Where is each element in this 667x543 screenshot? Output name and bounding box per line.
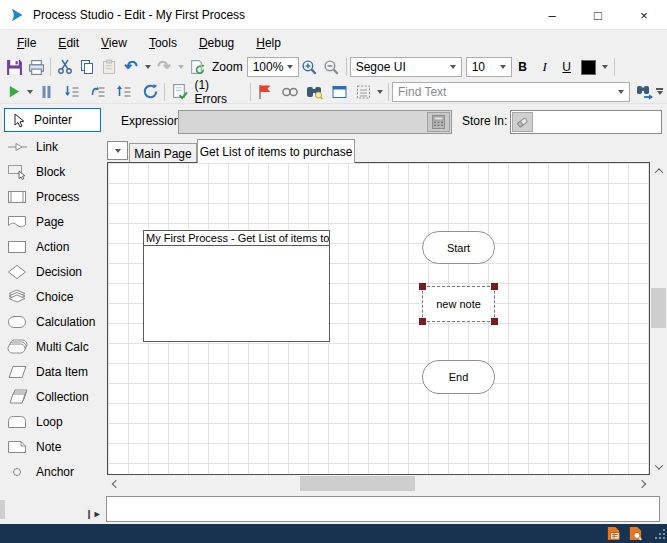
underline-button[interactable]: U (556, 56, 578, 78)
menu-tools[interactable]: Tools (138, 33, 188, 53)
refresh-page-button[interactable] (186, 56, 208, 78)
minimize-button[interactable]: – (529, 0, 575, 30)
separator (346, 58, 347, 76)
menu-file[interactable]: File (6, 33, 47, 53)
tool-pointer-selected[interactable]: Pointer (4, 108, 101, 132)
menu-view[interactable]: View (90, 33, 138, 53)
italic-button[interactable]: I (534, 56, 556, 78)
resize-grip[interactable] (653, 527, 666, 540)
process-info-box[interactable]: My First Process - Get List of items to … (143, 230, 330, 342)
close-button[interactable]: × (621, 0, 667, 30)
step-out-button[interactable] (113, 81, 135, 103)
scroll-left-button[interactable] (107, 475, 124, 492)
calculation-tool-icon (7, 314, 29, 330)
resize-handle-bottom-right[interactable] (491, 318, 498, 325)
font-select[interactable]: Segoe UI (350, 57, 462, 77)
store-in-label: Store In: (462, 114, 507, 128)
process-canvas[interactable]: My First Process - Get List of items to … (107, 162, 650, 475)
tool-loop[interactable]: Loop (0, 409, 104, 434)
snap-to-grid-button[interactable] (353, 81, 375, 103)
loop-tool-icon (7, 414, 29, 430)
font-size-value: 10 (472, 60, 485, 74)
tool-calculation[interactable]: Calculation (0, 309, 104, 334)
resize-handle-bottom-left[interactable] (419, 318, 426, 325)
validate-button[interactable] (168, 81, 190, 103)
step-over-button[interactable] (87, 81, 109, 103)
breakpoint-flag-button[interactable] (254, 81, 276, 103)
process-search-icon[interactable] (628, 526, 643, 541)
store-in-picker-button[interactable] (512, 112, 533, 132)
vertical-scroll-thumb[interactable] (651, 288, 666, 328)
menu-debug[interactable]: Debug (188, 33, 245, 53)
splitter-grip[interactable] (0, 500, 5, 519)
process-document-icon[interactable] (606, 526, 621, 541)
vertical-scrollbar[interactable] (650, 162, 667, 475)
reset-button[interactable] (139, 81, 161, 103)
data-item-picker-icon (516, 116, 529, 129)
scroll-down-button[interactable] (650, 458, 667, 475)
search-process-button[interactable] (304, 81, 326, 103)
font-color-dropdown[interactable] (600, 56, 611, 78)
zoom-in-button[interactable] (299, 56, 321, 78)
show-links-button[interactable] (279, 81, 301, 103)
note-element-selected[interactable]: new note (422, 286, 495, 322)
tool-collection[interactable]: Collection (0, 384, 104, 409)
copy-button[interactable] (76, 56, 98, 78)
scroll-up-button[interactable] (650, 162, 667, 179)
tool-data-item[interactable]: Data Item (0, 359, 104, 384)
full-view-button[interactable] (329, 81, 351, 103)
save-button[interactable] (3, 56, 25, 78)
tool-page[interactable]: Page (0, 209, 104, 234)
menu-help[interactable]: Help (245, 33, 292, 53)
undo-dropdown[interactable] (142, 56, 153, 78)
redo-dropdown[interactable] (175, 56, 186, 78)
tool-multi-calc[interactable]: Multi Calc (0, 334, 104, 359)
undo-button[interactable]: ↶ (120, 56, 142, 78)
print-button[interactable] (25, 56, 47, 78)
toolbox-expand-button[interactable]: ❙► (86, 507, 101, 520)
play-button[interactable] (3, 81, 25, 103)
tool-choice[interactable]: Choice (0, 284, 104, 309)
zoom-select[interactable]: 100% (247, 57, 299, 77)
tool-action[interactable]: Action (0, 234, 104, 259)
maximize-button[interactable]: □ (575, 0, 621, 30)
expression-input[interactable] (178, 110, 452, 134)
find-next-button[interactable] (634, 81, 656, 103)
horizontal-scrollbar[interactable] (107, 475, 650, 492)
font-size-select[interactable]: 10 (466, 57, 512, 77)
tool-decision[interactable]: Decision (0, 259, 104, 284)
redo-button[interactable]: ↷ (153, 56, 175, 78)
zoom-out-button[interactable] (321, 56, 343, 78)
paste-icon (101, 59, 117, 75)
paste-button[interactable] (98, 56, 120, 78)
cut-icon (57, 59, 73, 75)
tool-block[interactable]: Block (0, 159, 104, 184)
menu-edit[interactable]: Edit (47, 33, 90, 53)
resize-handle-top-left[interactable] (419, 283, 426, 290)
store-in-input[interactable] (510, 110, 662, 134)
snap-dropdown[interactable] (375, 81, 385, 103)
step-into-button[interactable] (61, 81, 83, 103)
tool-note[interactable]: Note (0, 434, 104, 459)
scroll-right-button[interactable] (633, 475, 650, 492)
bold-button[interactable]: B (512, 56, 534, 78)
page-list-dropdown-button[interactable] (107, 141, 128, 160)
tool-process[interactable]: Process (0, 184, 104, 209)
tool-link[interactable]: Link (0, 134, 104, 159)
zoom-label: Zoom (208, 60, 247, 74)
play-dropdown[interactable] (25, 81, 35, 103)
tool-anchor[interactable]: Anchor (0, 459, 104, 484)
expression-builder-button[interactable] (427, 112, 450, 132)
tab-get-list-of-items[interactable]: Get List of items to purchase (197, 139, 355, 163)
end-node[interactable]: End (422, 360, 495, 394)
find-text-input[interactable]: Find Text (392, 82, 630, 102)
tab-main-page[interactable]: Main Page (129, 143, 197, 163)
pause-button[interactable] (35, 81, 57, 103)
cut-button[interactable] (54, 56, 76, 78)
errors-count-label[interactable]: (1) Errors (190, 78, 246, 106)
resize-handle-top-right[interactable] (491, 283, 498, 290)
start-node[interactable]: Start (422, 231, 495, 264)
horizontal-scroll-thumb[interactable] (300, 476, 415, 491)
toolbar-overflow-button[interactable] (656, 88, 663, 95)
font-color-button[interactable] (578, 56, 600, 78)
